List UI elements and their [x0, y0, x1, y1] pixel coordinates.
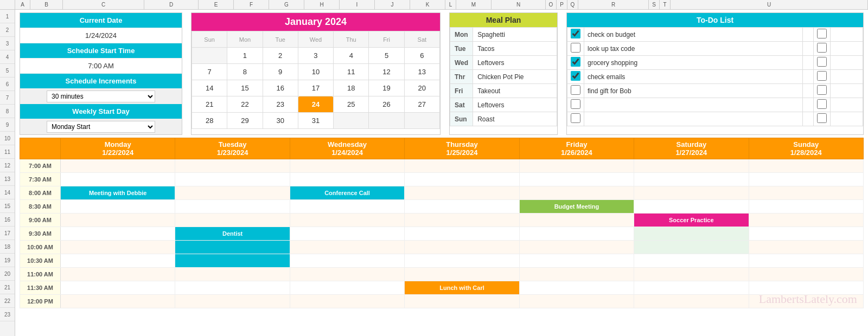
tue-930am[interactable]: Dentist [175, 227, 290, 241]
todo-checkbox-3[interactable] [571, 57, 580, 67]
todo-checkbox-1[interactable] [571, 29, 580, 38]
tue-1100am[interactable] [175, 268, 290, 281]
cal-day-1[interactable]: 1 [227, 48, 263, 64]
tue-1200pm[interactable] [175, 295, 290, 308]
sat-830am[interactable] [634, 200, 749, 214]
cal-day-4[interactable]: 4 [334, 48, 369, 64]
cal-day-12[interactable]: 12 [369, 64, 404, 80]
cal-day-20[interactable]: 20 [404, 80, 439, 96]
todo-right-checkbox-2[interactable] [817, 43, 827, 53]
sat-930am[interactable] [634, 227, 749, 241]
thu-730am[interactable] [405, 173, 519, 186]
tue-1000am[interactable] [175, 241, 290, 254]
sat-1200pm[interactable] [634, 295, 749, 308]
sun-1100am[interactable] [749, 268, 863, 281]
thu-1200pm[interactable] [405, 295, 519, 308]
mon-1030am[interactable] [61, 254, 175, 268]
mon-1100am[interactable] [61, 268, 175, 281]
sat-1030am[interactable] [634, 254, 749, 268]
sun-930am[interactable] [749, 227, 863, 241]
todo-right-check-6[interactable] [814, 98, 831, 112]
tue-900am[interactable] [175, 214, 290, 227]
thu-1130am[interactable]: Lunch with Carl [405, 281, 519, 295]
cal-day-21[interactable]: 21 [192, 96, 227, 113]
wed-1000am[interactable] [290, 241, 404, 254]
sat-1000am[interactable] [634, 241, 749, 254]
fri-800am[interactable] [519, 186, 634, 200]
wed-1030am[interactable] [290, 254, 404, 268]
cal-day-empty[interactable] [192, 48, 227, 64]
thu-1100am[interactable] [405, 268, 519, 281]
wed-1100am[interactable] [290, 268, 404, 281]
thu-930am[interactable] [405, 227, 519, 241]
sat-700am[interactable] [634, 159, 749, 173]
cal-day-22[interactable]: 22 [227, 96, 263, 113]
todo-right-checkbox-3[interactable] [817, 57, 827, 67]
cal-day-9[interactable]: 9 [263, 64, 298, 80]
sun-1030am[interactable] [749, 254, 863, 268]
thu-1000am[interactable] [405, 241, 519, 254]
cal-day-11[interactable]: 11 [334, 64, 369, 80]
sun-800am[interactable] [749, 186, 863, 200]
fri-1130am[interactable] [519, 281, 634, 295]
todo-checkbox-6[interactable] [571, 99, 580, 109]
cal-day-28[interactable]: 28 [192, 113, 227, 129]
sat-900am[interactable]: Soccer Practice [634, 214, 749, 227]
tue-1030am[interactable] [175, 254, 290, 268]
mon-1200pm[interactable] [61, 295, 175, 308]
todo-check-5[interactable] [567, 84, 584, 98]
cal-day-6[interactable]: 6 [404, 48, 439, 64]
tue-700am[interactable] [175, 159, 290, 173]
wed-1130am[interactable] [290, 281, 404, 295]
cal-day-23[interactable]: 23 [263, 96, 298, 113]
todo-check-3[interactable] [567, 56, 584, 70]
fri-900am[interactable] [519, 214, 634, 227]
mon-1130am[interactable] [61, 281, 175, 295]
todo-check-7[interactable] [567, 112, 584, 126]
sun-700am[interactable] [749, 159, 863, 173]
cal-day-26[interactable]: 26 [369, 96, 404, 113]
todo-right-checkbox-4[interactable] [817, 71, 827, 81]
sun-1000am[interactable] [749, 241, 863, 254]
wed-1200pm[interactable] [290, 295, 404, 308]
sun-730am[interactable] [749, 173, 863, 186]
thu-900am[interactable] [405, 214, 519, 227]
todo-right-check-5[interactable] [814, 84, 831, 98]
sat-800am[interactable] [634, 186, 749, 200]
mon-830am[interactable] [61, 200, 175, 214]
cal-day-29[interactable]: 29 [227, 113, 263, 129]
fri-1000am[interactable] [519, 241, 634, 254]
wed-730am[interactable] [290, 173, 404, 186]
wed-930am[interactable] [290, 227, 404, 241]
todo-check-1[interactable] [567, 28, 584, 42]
todo-check-6[interactable] [567, 98, 584, 112]
todo-right-check-4[interactable] [814, 70, 831, 84]
cal-day-19[interactable]: 19 [369, 80, 404, 96]
todo-checkbox-2[interactable] [571, 43, 580, 53]
fri-1100am[interactable] [519, 268, 634, 281]
weekly-start-dropdown[interactable]: Monday Start Sunday Start [20, 119, 182, 134]
mon-700am[interactable] [61, 159, 175, 173]
mon-930am[interactable] [61, 227, 175, 241]
mon-800am[interactable]: Meeting with Debbie [61, 186, 175, 200]
fri-1030am[interactable] [519, 254, 634, 268]
todo-right-check-3[interactable] [814, 56, 831, 70]
fri-700am[interactable] [519, 159, 634, 173]
tue-800am[interactable] [175, 186, 290, 200]
todo-checkbox-5[interactable] [571, 85, 580, 95]
wed-800am[interactable]: Conference Call [290, 186, 404, 200]
weekly-start-select[interactable]: Monday Start Sunday Start [47, 121, 155, 133]
wed-830am[interactable] [290, 200, 404, 214]
cal-day-24[interactable]: 24 [298, 96, 333, 113]
fri-730am[interactable] [519, 173, 634, 186]
cal-day-5[interactable]: 5 [369, 48, 404, 64]
sun-1130am[interactable] [749, 281, 863, 295]
sun-830am[interactable] [749, 200, 863, 214]
tue-830am[interactable] [175, 200, 290, 214]
todo-right-check-2[interactable] [814, 42, 831, 56]
cal-day-30[interactable]: 30 [263, 113, 298, 129]
mon-730am[interactable] [61, 173, 175, 186]
sun-1200pm[interactable] [749, 295, 863, 308]
thu-700am[interactable] [405, 159, 519, 173]
cal-day-7[interactable]: 7 [192, 64, 227, 80]
